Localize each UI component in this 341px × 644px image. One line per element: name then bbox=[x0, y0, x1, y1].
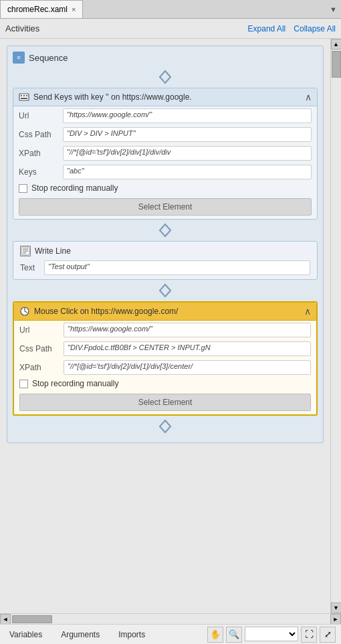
mouse-click-url-input[interactable]: "https://www.google.com/" bbox=[64, 323, 311, 337]
zoom-dropdown[interactable] bbox=[245, 627, 298, 641]
mouse-click-checkbox-row: Stop recording manually bbox=[14, 377, 316, 390]
sequence-icon: ≡ bbox=[13, 52, 25, 64]
main-content: ≡ Sequence bbox=[0, 39, 341, 613]
send-keys-keys-input[interactable]: "abc" bbox=[63, 165, 312, 179]
collapse-all-btn[interactable]: Collapse All bbox=[294, 24, 336, 33]
mouse-click-xpath-row: XPath "//*[@id='tsf']/div[2]/div[1]/div[… bbox=[14, 358, 316, 377]
svg-rect-0 bbox=[19, 94, 29, 100]
fit-icon-btn[interactable]: ⛶ bbox=[301, 627, 317, 643]
status-icons: ✋ 🔍 ⛶ ⤢ bbox=[207, 627, 336, 643]
h-scroll-thumb[interactable] bbox=[12, 615, 52, 623]
send-keys-stop-recording-checkbox[interactable] bbox=[19, 184, 27, 193]
mouse-click-select-element-btn[interactable]: Select Element bbox=[19, 394, 311, 411]
send-keys-select-element-btn[interactable]: Select Element bbox=[19, 198, 312, 216]
hand-icon: ✋ bbox=[210, 629, 221, 639]
mouse-click-icon bbox=[19, 306, 30, 317]
svg-rect-2 bbox=[23, 95, 25, 96]
tab-title: chromeRec.xaml bbox=[7, 5, 68, 14]
expand-icon: ⤢ bbox=[324, 629, 332, 639]
send-keys-icon bbox=[19, 92, 29, 102]
expand-icon-btn[interactable]: ⤢ bbox=[320, 627, 336, 643]
mouse-click-header-left: Mouse Click on https://www.google.com/ bbox=[19, 306, 178, 317]
scroll-left-btn[interactable]: ◄ bbox=[0, 614, 11, 625]
sequence-header: ≡ Sequence bbox=[13, 52, 318, 64]
svg-rect-3 bbox=[26, 95, 27, 96]
fit-icon: ⛶ bbox=[305, 629, 314, 639]
status-bar: Variables Arguments Imports ✋ 🔍 ⛶ ⤢ bbox=[0, 624, 341, 644]
mouse-click-xpath-label: XPath bbox=[19, 363, 60, 372]
mouse-click-xpath-input[interactable]: "//*[@id='tsf']/div[2]/div[1]/div[3]/cen… bbox=[64, 360, 311, 375]
scroll-track bbox=[331, 50, 341, 602]
mouse-click-csspath-label: Css Path bbox=[19, 344, 60, 353]
h-scroll-track bbox=[11, 614, 330, 624]
horizontal-scrollbar[interactable]: ◄ ► bbox=[0, 613, 341, 624]
send-keys-url-label: Url bbox=[19, 111, 59, 120]
toolbar: Activities Expand All Collapse All bbox=[0, 19, 341, 39]
send-keys-checkbox-row: Stop recording manually bbox=[13, 181, 317, 195]
send-keys-csspath-label: Css Path bbox=[19, 130, 59, 139]
send-keys-header: Send Keys with key '' on https://www.goo… bbox=[13, 88, 317, 106]
sequence-container: ≡ Sequence bbox=[7, 46, 324, 443]
mouse-click-url-row: Url "https://www.google.com/" bbox=[14, 321, 316, 339]
arrow-connector-1 bbox=[13, 69, 318, 85]
write-line-header: Write Line bbox=[20, 246, 310, 256]
search-icon-btn[interactable]: 🔍 bbox=[226, 627, 242, 643]
send-keys-xpath-row: XPath "//*[@id='tsf']/div[2]/div[1]/div/… bbox=[13, 144, 317, 163]
arrow-connector-3 bbox=[13, 283, 318, 299]
search-icon: 🔍 bbox=[229, 629, 239, 639]
send-keys-stop-recording-label: Stop recording manually bbox=[31, 183, 118, 193]
canvas: ≡ Sequence bbox=[0, 39, 330, 613]
write-line-title: Write Line bbox=[35, 246, 71, 256]
write-line-card: Write Line Text "Test output" bbox=[13, 241, 318, 280]
status-imports-btn[interactable]: Imports bbox=[114, 629, 149, 641]
vertical-scrollbar[interactable]: ▲ ▼ bbox=[330, 39, 341, 613]
send-keys-keys-row: Keys "abc" bbox=[13, 163, 317, 181]
tab-close-icon[interactable]: × bbox=[72, 5, 76, 13]
send-keys-csspath-input[interactable]: "DIV > DIV > INPUT" bbox=[63, 127, 312, 142]
mouse-click-title: Mouse Click on https://www.google.com/ bbox=[34, 307, 178, 316]
write-line-text-row: Text "Test output" bbox=[20, 260, 310, 275]
send-keys-collapse-btn[interactable]: ∧ bbox=[305, 92, 312, 102]
svg-rect-1 bbox=[21, 95, 22, 96]
arrow-connector-4 bbox=[13, 418, 318, 434]
scroll-thumb[interactable] bbox=[332, 51, 341, 78]
mouse-click-csspath-input[interactable]: "DIV.FpdoLc.tfB0Bf > CENTER > INPUT.gN bbox=[64, 341, 311, 356]
mouse-click-csspath-row: Css Path "DIV.FpdoLc.tfB0Bf > CENTER > I… bbox=[14, 339, 316, 358]
svg-rect-4 bbox=[21, 98, 27, 99]
send-keys-keys-label: Keys bbox=[19, 167, 59, 177]
tab-dropdown-icon[interactable]: ▼ bbox=[330, 5, 337, 13]
send-keys-card: Send Keys with key '' on https://www.goo… bbox=[13, 88, 318, 220]
send-keys-csspath-row: Css Path "DIV > DIV > INPUT" bbox=[13, 125, 317, 144]
write-line-icon bbox=[20, 246, 31, 256]
scroll-up-btn[interactable]: ▲ bbox=[331, 39, 342, 50]
status-arguments-btn[interactable]: Arguments bbox=[57, 629, 104, 641]
sequence-title: Sequence bbox=[29, 53, 68, 63]
tab-chromerec[interactable]: chromeRec.xaml × bbox=[0, 0, 83, 18]
write-line-text-label: Text bbox=[20, 263, 40, 272]
send-keys-url-input[interactable]: "https://www.google.com/" bbox=[63, 108, 312, 123]
arrow-connector-2 bbox=[13, 222, 318, 238]
mouse-click-stop-recording-checkbox[interactable] bbox=[19, 380, 28, 388]
write-line-text-input[interactable]: "Test output" bbox=[44, 260, 310, 275]
mouse-click-stop-recording-label: Stop recording manually bbox=[32, 379, 118, 388]
mouse-click-collapse-btn[interactable]: ∧ bbox=[304, 306, 311, 317]
scroll-down-btn[interactable]: ▼ bbox=[331, 602, 342, 613]
mouse-click-header: Mouse Click on https://www.google.com/ ∧ bbox=[14, 303, 316, 321]
scroll-right-btn[interactable]: ► bbox=[330, 614, 341, 625]
mouse-click-url-label: Url bbox=[19, 325, 60, 335]
mouse-click-card: Mouse Click on https://www.google.com/ ∧… bbox=[13, 301, 318, 416]
activities-label: Activities bbox=[5, 23, 39, 33]
status-variables-btn[interactable]: Variables bbox=[5, 629, 46, 641]
send-keys-url-row: Url "https://www.google.com/" bbox=[13, 106, 317, 125]
toolbar-actions: Expand All Collapse All bbox=[248, 24, 336, 33]
tab-bar: chromeRec.xaml × ▼ bbox=[0, 0, 341, 19]
send-keys-title: Send Keys with key '' on https://www.goo… bbox=[33, 92, 192, 102]
send-keys-xpath-input[interactable]: "//*[@id='tsf']/div[2]/div[1]/div/div bbox=[63, 146, 312, 161]
send-keys-header-left: Send Keys with key '' on https://www.goo… bbox=[19, 92, 192, 102]
expand-all-btn[interactable]: Expand All bbox=[248, 24, 286, 33]
send-keys-xpath-label: XPath bbox=[19, 149, 59, 158]
hand-icon-btn[interactable]: ✋ bbox=[207, 627, 223, 643]
